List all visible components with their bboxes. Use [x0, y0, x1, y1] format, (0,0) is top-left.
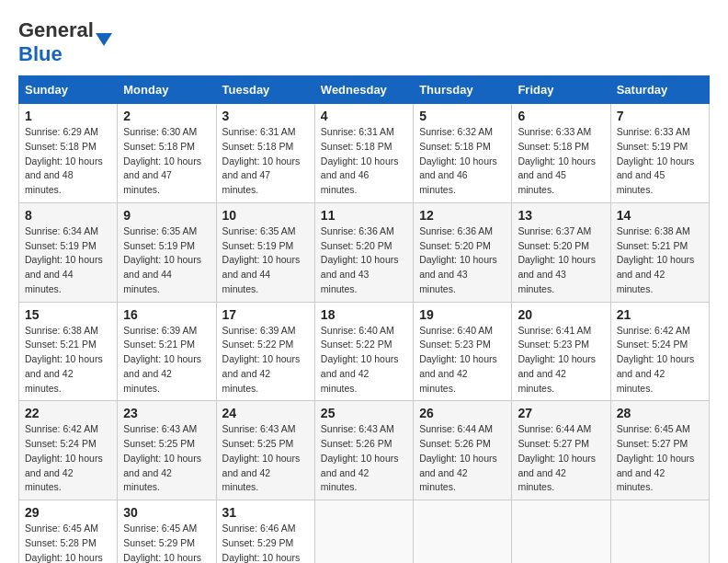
day-number: 23: [123, 406, 210, 420]
day-info: Sunrise: 6:36 AM Sunset: 5:20 PM Dayligh…: [321, 224, 407, 297]
day-info: Sunrise: 6:42 AM Sunset: 5:24 PM Dayligh…: [617, 324, 703, 396]
week-row-5: 29 Sunrise: 6:45 AM Sunset: 5:28 PM Dayl…: [19, 500, 710, 564]
day-cell: 17 Sunrise: 6:39 AM Sunset: 5:22 PM Dayl…: [216, 302, 314, 401]
day-cell: [414, 500, 512, 564]
logo-blue: Blue: [18, 42, 63, 65]
day-number: 9: [123, 208, 210, 223]
day-cell: 21 Sunrise: 6:42 AM Sunset: 5:24 PM Dayl…: [610, 302, 709, 401]
day-info: Sunrise: 6:40 AM Sunset: 5:22 PM Dayligh…: [321, 324, 407, 396]
day-cell: 25 Sunrise: 6:43 AM Sunset: 5:26 PM Dayl…: [314, 401, 413, 500]
day-cell: 18 Sunrise: 6:40 AM Sunset: 5:22 PM Dayl…: [314, 302, 413, 401]
logo-general: General: [18, 18, 94, 42]
day-number: 31: [222, 505, 309, 520]
day-cell: 13 Sunrise: 6:37 AM Sunset: 5:20 PM Dayl…: [512, 202, 610, 302]
day-info: Sunrise: 6:32 AM Sunset: 5:18 PM Dayligh…: [419, 125, 506, 198]
day-number: 13: [518, 208, 604, 223]
day-cell: 26 Sunrise: 6:44 AM Sunset: 5:26 PM Dayl…: [414, 401, 512, 500]
day-info: Sunrise: 6:44 AM Sunset: 5:27 PM Dayligh…: [518, 422, 604, 495]
day-info: Sunrise: 6:35 AM Sunset: 5:19 PM Dayligh…: [222, 224, 309, 297]
day-number: 29: [25, 505, 111, 520]
day-info: Sunrise: 6:34 AM Sunset: 5:19 PM Dayligh…: [25, 224, 111, 297]
day-number: 10: [222, 208, 309, 223]
day-info: Sunrise: 6:38 AM Sunset: 5:21 PM Dayligh…: [617, 224, 703, 297]
day-number: 6: [518, 109, 604, 123]
day-cell: 2 Sunrise: 6:30 AM Sunset: 5:18 PM Dayli…: [118, 104, 216, 203]
day-info: Sunrise: 6:43 AM Sunset: 5:26 PM Dayligh…: [321, 422, 407, 495]
header-thursday: Thursday: [414, 76, 512, 104]
day-cell: [512, 500, 610, 564]
day-number: 17: [222, 307, 309, 322]
day-cell: 3 Sunrise: 6:31 AM Sunset: 5:18 PM Dayli…: [216, 104, 314, 203]
day-number: 18: [321, 307, 407, 322]
day-info: Sunrise: 6:45 AM Sunset: 5:28 PM Dayligh…: [25, 522, 111, 563]
header-saturday: Saturday: [610, 76, 709, 104]
day-number: 26: [419, 406, 506, 420]
day-cell: 22 Sunrise: 6:42 AM Sunset: 5:24 PM Dayl…: [19, 401, 118, 500]
day-cell: 1 Sunrise: 6:29 AM Sunset: 5:18 PM Dayli…: [19, 104, 118, 203]
day-info: Sunrise: 6:41 AM Sunset: 5:23 PM Dayligh…: [518, 324, 604, 396]
day-cell: 16 Sunrise: 6:39 AM Sunset: 5:21 PM Dayl…: [118, 302, 216, 401]
day-cell: 31 Sunrise: 6:46 AM Sunset: 5:29 PM Dayl…: [216, 500, 314, 564]
day-cell: 9 Sunrise: 6:35 AM Sunset: 5:19 PM Dayli…: [118, 202, 216, 302]
header-monday: Monday: [118, 76, 216, 104]
day-info: Sunrise: 6:39 AM Sunset: 5:22 PM Dayligh…: [222, 324, 309, 396]
day-number: 11: [321, 208, 407, 223]
day-cell: 29 Sunrise: 6:45 AM Sunset: 5:28 PM Dayl…: [19, 500, 118, 564]
day-number: 4: [321, 109, 407, 123]
day-info: Sunrise: 6:31 AM Sunset: 5:18 PM Dayligh…: [321, 125, 407, 198]
day-info: Sunrise: 6:33 AM Sunset: 5:19 PM Dayligh…: [617, 125, 703, 198]
day-info: Sunrise: 6:40 AM Sunset: 5:23 PM Dayligh…: [419, 324, 506, 396]
day-info: Sunrise: 6:45 AM Sunset: 5:29 PM Dayligh…: [123, 522, 210, 563]
day-info: Sunrise: 6:43 AM Sunset: 5:25 PM Dayligh…: [123, 422, 210, 495]
day-info: Sunrise: 6:33 AM Sunset: 5:18 PM Dayligh…: [518, 125, 604, 198]
header-sunday: Sunday: [19, 76, 118, 104]
day-cell: 6 Sunrise: 6:33 AM Sunset: 5:18 PM Dayli…: [512, 104, 610, 203]
day-number: 20: [518, 307, 604, 322]
week-row-4: 22 Sunrise: 6:42 AM Sunset: 5:24 PM Dayl…: [19, 401, 710, 500]
day-info: Sunrise: 6:43 AM Sunset: 5:25 PM Dayligh…: [222, 422, 309, 495]
day-cell: 24 Sunrise: 6:43 AM Sunset: 5:25 PM Dayl…: [216, 401, 314, 500]
day-cell: 28 Sunrise: 6:45 AM Sunset: 5:27 PM Dayl…: [610, 401, 709, 500]
day-number: 5: [419, 109, 506, 123]
day-cell: 11 Sunrise: 6:36 AM Sunset: 5:20 PM Dayl…: [314, 202, 413, 302]
day-cell: 20 Sunrise: 6:41 AM Sunset: 5:23 PM Dayl…: [512, 302, 610, 401]
day-info: Sunrise: 6:30 AM Sunset: 5:18 PM Dayligh…: [123, 125, 210, 198]
day-info: Sunrise: 6:45 AM Sunset: 5:27 PM Dayligh…: [617, 422, 703, 495]
day-cell: 30 Sunrise: 6:45 AM Sunset: 5:29 PM Dayl…: [118, 500, 216, 564]
day-number: 24: [222, 406, 309, 420]
day-info: Sunrise: 6:46 AM Sunset: 5:29 PM Dayligh…: [222, 522, 309, 563]
header-wednesday: Wednesday: [314, 76, 413, 104]
header-row: SundayMondayTuesdayWednesdayThursdayFrid…: [19, 76, 710, 104]
day-cell: [610, 500, 709, 564]
day-cell: 12 Sunrise: 6:36 AM Sunset: 5:20 PM Dayl…: [414, 202, 512, 302]
day-info: Sunrise: 6:42 AM Sunset: 5:24 PM Dayligh…: [25, 422, 111, 495]
svg-marker-0: [96, 33, 112, 46]
day-number: 25: [321, 406, 407, 420]
logo: General Blue: [18, 18, 94, 66]
page-header: General Blue: [18, 18, 710, 66]
day-number: 8: [25, 208, 111, 223]
day-info: Sunrise: 6:31 AM Sunset: 5:18 PM Dayligh…: [222, 125, 309, 198]
day-info: Sunrise: 6:38 AM Sunset: 5:21 PM Dayligh…: [25, 324, 111, 396]
calendar-table: SundayMondayTuesdayWednesdayThursdayFrid…: [18, 75, 710, 563]
day-cell: [314, 500, 413, 564]
day-info: Sunrise: 6:44 AM Sunset: 5:26 PM Dayligh…: [419, 422, 506, 495]
day-cell: 8 Sunrise: 6:34 AM Sunset: 5:19 PM Dayli…: [19, 202, 118, 302]
week-row-2: 8 Sunrise: 6:34 AM Sunset: 5:19 PM Dayli…: [19, 202, 710, 302]
day-number: 30: [123, 505, 210, 520]
day-info: Sunrise: 6:39 AM Sunset: 5:21 PM Dayligh…: [123, 324, 210, 396]
day-number: 22: [25, 406, 111, 420]
day-cell: 7 Sunrise: 6:33 AM Sunset: 5:19 PM Dayli…: [610, 104, 709, 203]
day-cell: 19 Sunrise: 6:40 AM Sunset: 5:23 PM Dayl…: [414, 302, 512, 401]
day-number: 12: [419, 208, 506, 223]
day-number: 27: [518, 406, 604, 420]
header-tuesday: Tuesday: [216, 76, 314, 104]
day-number: 28: [617, 406, 703, 420]
day-cell: 15 Sunrise: 6:38 AM Sunset: 5:21 PM Dayl…: [19, 302, 118, 401]
day-number: 14: [617, 208, 703, 223]
day-number: 15: [25, 307, 111, 322]
day-number: 19: [419, 307, 506, 322]
day-number: 1: [25, 109, 111, 123]
day-number: 7: [617, 109, 703, 123]
day-number: 3: [222, 109, 309, 123]
